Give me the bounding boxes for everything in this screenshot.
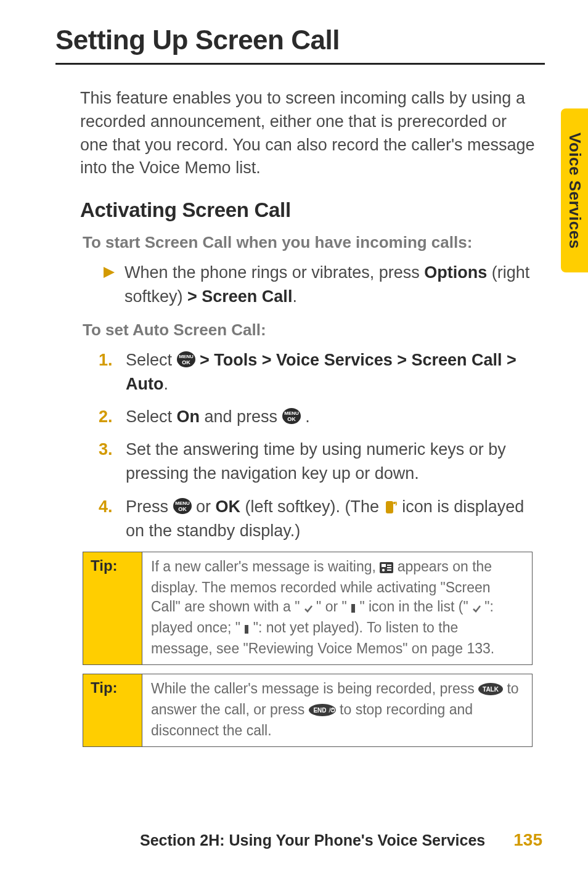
bullet-triangle-icon — [104, 261, 125, 308]
svg-rect-10 — [386, 501, 393, 513]
end-key-icon: END/ — [309, 702, 336, 721]
svg-text:END: END — [313, 707, 326, 714]
text: or — [196, 497, 216, 516]
svg-text:OK: OK — [287, 416, 296, 422]
tip-body: If a new caller's message is waiting, ap… — [142, 552, 532, 664]
menu-ok-icon: MENUOK — [177, 350, 195, 369]
text: While the caller's message is being reco… — [151, 680, 478, 696]
page-title: Setting Up Screen Call — [55, 25, 545, 55]
label-ok: OK — [216, 497, 241, 516]
screen-call-status-icon — [384, 499, 398, 515]
tip-box-1: Tip: If a new caller's message is waitin… — [83, 552, 533, 665]
svg-text:OK: OK — [182, 359, 190, 365]
text: " icon in the list (" — [359, 598, 472, 615]
step-number: 4. — [99, 495, 126, 543]
text: When the phone rings or vibrates, press — [125, 263, 424, 282]
side-tab: Voice Services — [561, 108, 588, 272]
text: (left softkey). (The — [240, 497, 384, 516]
svg-text:MENU: MENU — [284, 410, 299, 416]
text: Select — [126, 351, 177, 369]
step-number: 3. — [99, 438, 126, 486]
title-rule — [55, 63, 545, 65]
step-2: 2. Select On and press MENUOK . — [99, 405, 533, 429]
text: If a new caller's message is waiting, — [151, 558, 380, 574]
menu-ok-icon: MENUOK — [282, 407, 301, 425]
page-footer: Section 2H: Using Your Phone's Voice Ser… — [0, 830, 588, 850]
text: Select — [126, 407, 177, 426]
svg-rect-15 — [387, 565, 391, 566]
step-number: 2. — [99, 405, 126, 429]
label-on: On — [177, 407, 200, 426]
svg-rect-18 — [351, 604, 355, 613]
step-body: Set the answering time by using numeric … — [126, 438, 533, 486]
step-3: 3. Set the answering time by using numer… — [99, 438, 533, 486]
svg-rect-13 — [382, 564, 386, 567]
message-waiting-icon — [380, 559, 393, 578]
check-icon — [472, 599, 481, 618]
bullet-text: When the phone rings or vibrates, press … — [125, 261, 533, 308]
svg-text:TALK: TALK — [483, 686, 499, 693]
intro-paragraph: This feature enables you to screen incom… — [80, 87, 539, 180]
step-body: Select On and press MENUOK . — [126, 405, 533, 429]
menu-ok-icon: MENUOK — [173, 497, 192, 515]
text: and press — [200, 407, 282, 426]
check-icon — [304, 599, 312, 618]
label-options: Options — [424, 263, 487, 282]
procedure-heading-2: To set Auto Screen Call: — [83, 321, 545, 340]
step-body: Press MENUOK or OK (left softkey). (The … — [126, 495, 533, 543]
svg-text:MENU: MENU — [175, 500, 190, 506]
step-1: 1. Select MENUOK > Tools > Voice Service… — [99, 348, 533, 396]
side-tab-label: Voice Services — [565, 133, 584, 249]
svg-point-11 — [393, 502, 396, 504]
step-number: 1. — [99, 348, 126, 396]
step-body: Select MENUOK > Tools > Voice Services >… — [126, 348, 533, 396]
svg-marker-0 — [104, 267, 115, 278]
svg-point-14 — [382, 569, 385, 571]
step-list: 1. Select MENUOK > Tools > Voice Service… — [99, 348, 533, 543]
text: Press — [126, 497, 173, 516]
svg-text:OK: OK — [178, 506, 187, 512]
svg-rect-19 — [245, 625, 248, 634]
talk-key-icon: TALK — [478, 681, 503, 700]
svg-rect-16 — [387, 567, 391, 568]
tip-label: Tip: — [83, 674, 142, 746]
svg-text:MENU: MENU — [179, 354, 194, 359]
text: " or " — [316, 598, 351, 615]
tip-label: Tip: — [83, 552, 142, 664]
footer-page-number: 135 — [513, 830, 542, 850]
bar-icon — [244, 620, 249, 639]
bullet-item: When the phone rings or vibrates, press … — [104, 261, 533, 308]
text: . — [305, 407, 310, 426]
step-4: 4. Press MENUOK or OK (left softkey). (T… — [99, 495, 533, 543]
section-heading: Activating Screen Call — [80, 198, 545, 222]
bar-icon — [351, 599, 356, 618]
footer-section: Section 2H: Using Your Phone's Voice Ser… — [140, 831, 485, 849]
label-screen-call: > Screen Call — [187, 287, 292, 306]
text: . — [292, 287, 297, 306]
svg-rect-17 — [387, 570, 391, 571]
procedure-heading-1: To start Screen Call when you have incom… — [83, 233, 545, 252]
svg-text:/: / — [329, 707, 330, 714]
page: Voice Services Setting Up Screen Call Th… — [0, 0, 588, 882]
tip-box-2: Tip: While the caller's message is being… — [83, 674, 533, 747]
tip-body: While the caller's message is being reco… — [142, 674, 532, 746]
text: . — [163, 375, 168, 393]
